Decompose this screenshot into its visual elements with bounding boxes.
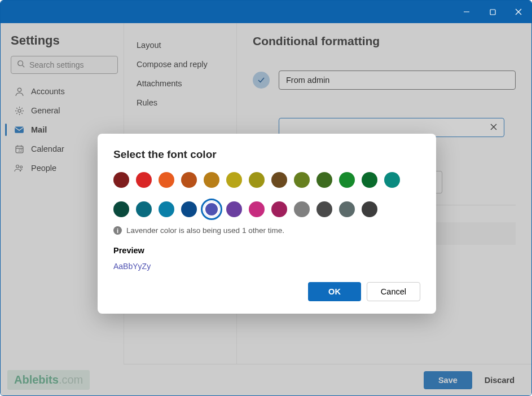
color-swatch[interactable] (226, 201, 242, 217)
color-swatch[interactable] (271, 172, 287, 188)
color-swatch[interactable] (339, 201, 355, 217)
app-window: Settings Accounts General Mail 22 (0, 0, 532, 396)
minimize-icon (463, 8, 470, 15)
dialog-buttons: OK Cancel (113, 282, 420, 301)
color-swatch[interactable] (271, 201, 287, 217)
maximize-icon (490, 9, 496, 15)
color-swatch[interactable] (136, 172, 152, 188)
info-row: i Lavender color is also being used 1 ot… (113, 226, 420, 235)
color-swatch[interactable] (113, 172, 129, 188)
color-swatch[interactable] (159, 201, 174, 217)
color-swatch[interactable] (181, 172, 197, 188)
color-picker-dialog: Select the font color i Lavender color i… (98, 134, 436, 314)
color-swatch[interactable] (113, 201, 129, 217)
color-swatch[interactable] (362, 201, 377, 217)
dialog-title: Select the font color (113, 148, 420, 161)
color-swatch[interactable] (249, 201, 265, 217)
color-swatch[interactable] (384, 172, 400, 188)
color-swatch[interactable] (249, 172, 265, 188)
color-swatch[interactable] (159, 172, 174, 188)
color-swatch[interactable] (362, 172, 377, 188)
color-swatch[interactable] (339, 172, 355, 188)
ok-button[interactable]: OK (308, 282, 361, 301)
svg-rect-1 (490, 10, 495, 15)
color-swatch[interactable] (136, 201, 152, 217)
minimize-button[interactable] (454, 1, 480, 23)
color-swatch[interactable] (316, 172, 332, 188)
color-swatch[interactable] (204, 201, 219, 217)
color-swatch[interactable] (294, 201, 310, 217)
color-swatch[interactable] (294, 172, 310, 188)
titlebar (1, 1, 531, 23)
content-area: Settings Accounts General Mail 22 (1, 23, 531, 395)
close-button[interactable] (505, 1, 531, 23)
color-swatches (113, 172, 418, 217)
info-icon: i (113, 226, 122, 235)
maximize-button[interactable] (480, 1, 505, 23)
color-swatch[interactable] (316, 201, 332, 217)
color-swatch[interactable] (204, 172, 219, 188)
color-swatch[interactable] (181, 201, 197, 217)
preview-sample-text: AaBbYyZy (113, 262, 420, 271)
preview-label: Preview (113, 246, 420, 255)
info-text: Lavender color is also being used 1 othe… (126, 226, 284, 235)
color-swatch[interactable] (226, 172, 242, 188)
close-icon (515, 8, 522, 15)
cancel-button[interactable]: Cancel (367, 282, 420, 301)
